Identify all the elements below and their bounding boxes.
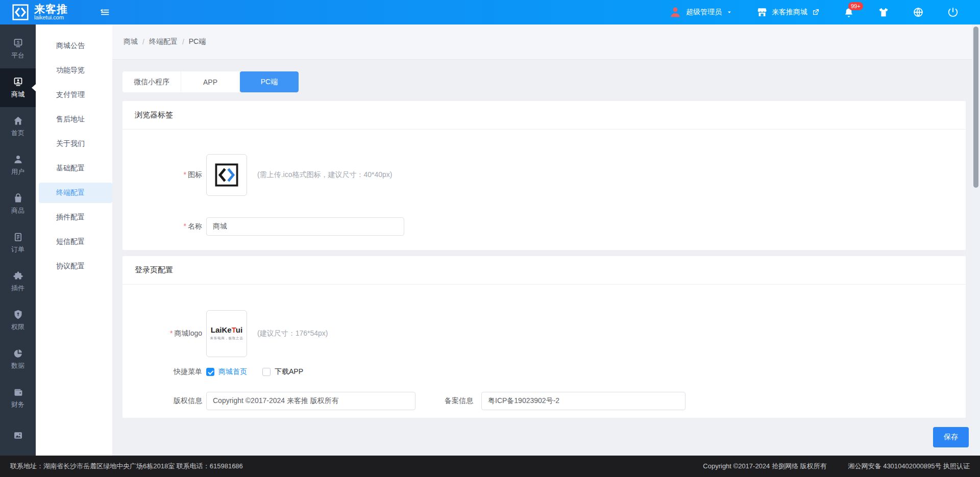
shop-link-label: 来客推商城 — [772, 8, 807, 17]
quick-menu-label: 快捷菜单 — [135, 367, 206, 376]
sidebar-item-label: 平台 — [11, 51, 24, 60]
icp-label: 备案信息 — [445, 396, 477, 406]
tab[interactable]: PC端 — [240, 71, 299, 92]
sidebar-item-label: 商品 — [11, 206, 24, 215]
sidebar-item-label: 财务 — [11, 400, 24, 409]
submenu-item-label: 功能导览 — [56, 66, 85, 75]
submenu-item-label: 基础配置 — [56, 164, 85, 173]
sidebar-item[interactable] — [0, 417, 36, 456]
sidebar-item[interactable]: 首页 — [0, 107, 36, 146]
tab-label: PC端 — [261, 78, 278, 87]
submenu-item-label: 短信配置 — [56, 237, 85, 246]
submenu-item[interactable]: 功能导览 — [36, 58, 112, 83]
footer-copyright: Copyright ©2017-2024 拾捌网络 版权所有 — [703, 462, 826, 471]
avatar-icon — [669, 6, 682, 19]
sidebar-item[interactable]: 插件 — [0, 262, 36, 301]
sidebar-item-icon — [13, 270, 23, 281]
logo-field-label: *商城logo — [135, 329, 206, 338]
section-title: 浏览器标签 — [122, 101, 966, 130]
checkbox-label: 商城首页 — [218, 367, 247, 376]
submenu-item[interactable]: 短信配置 — [36, 230, 112, 254]
header-action-button[interactable] — [947, 7, 959, 18]
logo-upload-box[interactable]: LaiKeTui 来客电商，极致之选 — [206, 310, 247, 357]
header-action-icon — [878, 7, 889, 18]
logo-slogan: 来客电商，极致之选 — [210, 336, 243, 341]
submenu-item[interactable]: 支付管理 — [36, 83, 112, 107]
submenu-item[interactable]: 基础配置 — [36, 156, 112, 181]
sidebar-item-icon — [13, 232, 23, 242]
notifications-button[interactable]: 99+ — [843, 7, 854, 18]
site-name-input[interactable] — [206, 217, 404, 236]
page-footer: 联系地址：湖南省长沙市岳麓区绿地中央广场6栋2018室 联系电话：6159816… — [0, 456, 980, 477]
primary-sidebar: S 平台 商城 首页 用户 商品 订单 插件 — [0, 24, 36, 456]
sidebar-item-label: 插件 — [11, 284, 24, 293]
breadcrumb-item[interactable]: 商城 — [124, 37, 138, 46]
sidebar-item-label: 商城 — [11, 90, 24, 99]
sidebar-item[interactable]: 数据 — [0, 340, 36, 379]
sidebar-item[interactable]: 用户 — [0, 146, 36, 185]
submenu-item-label: 售后地址 — [56, 115, 85, 124]
breadcrumb-separator: / — [142, 38, 144, 46]
quick-menu-option[interactable]: 下载APP — [262, 367, 303, 376]
submenu-item-label: 关于我们 — [56, 139, 85, 148]
scrollbar-thumb[interactable] — [973, 27, 978, 188]
sidebar-item[interactable]: 财务 — [0, 379, 36, 417]
submenu-item[interactable]: 终端配置 — [39, 183, 112, 203]
icp-input[interactable] — [481, 392, 685, 410]
icon-field-label: *图标 — [135, 170, 206, 180]
footer-beian: 湘公网安备 43010402000895号 执照认证 — [848, 462, 970, 471]
logo-wordmark: LaiKeTui — [211, 325, 242, 334]
browser-tab-card: 浏览器标签 *图标 (需上传.ico格式图标，建议尺寸：40*40px) *名称 — [122, 101, 966, 250]
breadcrumb: 商城 / 终端配置 / PC端 — [112, 24, 980, 60]
menu-fold-icon[interactable] — [99, 7, 110, 18]
submenu-item-label: 商城公告 — [56, 41, 85, 51]
checkbox[interactable] — [262, 368, 271, 376]
submenu-item[interactable]: 关于我们 — [36, 132, 112, 156]
submenu-item-label: 终端配置 — [56, 188, 85, 197]
icon-upload-box[interactable] — [206, 154, 247, 196]
sidebar-item-label: 订单 — [11, 245, 24, 254]
submenu-item-label: 插件配置 — [56, 213, 85, 222]
breadcrumb-item[interactable]: PC端 — [189, 37, 206, 46]
storefront-icon — [756, 7, 768, 18]
sidebar-item-icon — [13, 309, 23, 320]
save-button[interactable]: 保存 — [933, 427, 969, 447]
submenu-item-label: 协议配置 — [56, 262, 85, 271]
header-action-button[interactable] — [878, 7, 889, 18]
logo-upload-note: (建议尺寸：176*54px) — [257, 329, 328, 338]
submenu-item[interactable]: 售后地址 — [36, 107, 112, 132]
user-menu[interactable]: 超级管理员 — [669, 6, 733, 19]
shop-link[interactable]: 来客推商城 — [756, 7, 820, 18]
brand-name: 来客推 — [34, 4, 68, 15]
header-action-icon — [947, 7, 959, 18]
checkbox[interactable] — [206, 368, 214, 376]
sidebar-item-icon — [13, 348, 23, 359]
checkbox-label: 下载APP — [275, 367, 303, 376]
site-favicon-preview — [213, 162, 240, 188]
sidebar-item-label: 权限 — [11, 322, 24, 332]
sidebar-item-icon — [13, 115, 23, 126]
user-role: 超级管理员 — [686, 8, 722, 17]
sidebar-item-label: 首页 — [11, 129, 24, 138]
sidebar-item[interactable]: 商品 — [0, 185, 36, 223]
submenu-item[interactable]: 协议配置 — [36, 254, 112, 279]
sidebar-item[interactable]: 权限 — [0, 301, 36, 340]
terminal-tabs: 微信小程序 APP PC端 — [122, 71, 299, 92]
tab[interactable]: APP — [181, 71, 240, 92]
sidebar-item[interactable]: 订单 — [0, 223, 36, 262]
breadcrumb-item[interactable]: 终端配置 — [149, 37, 178, 46]
copyright-input[interactable] — [206, 392, 415, 410]
tab-label: 微信小程序 — [134, 78, 169, 87]
brand: 来客推 laiketui.com — [0, 3, 95, 21]
external-link-icon — [812, 8, 820, 16]
sidebar-item[interactable]: S 平台 — [0, 30, 36, 68]
sidebar-item[interactable]: 商城 — [0, 68, 36, 107]
sidebar-item-icon — [13, 77, 23, 87]
tab[interactable]: 微信小程序 — [122, 71, 181, 92]
submenu-item[interactable]: 商城公告 — [36, 34, 112, 58]
submenu-item[interactable]: 插件配置 — [36, 205, 112, 230]
quick-menu-option[interactable]: 商城首页 — [206, 367, 247, 376]
sidebar-item-icon — [13, 154, 23, 165]
header-action-button[interactable] — [913, 7, 924, 18]
secondary-menu: 商城公告 功能导览 支付管理 售后地址 关于我们 基础配置 终端配置 插件配置 … — [36, 24, 112, 456]
